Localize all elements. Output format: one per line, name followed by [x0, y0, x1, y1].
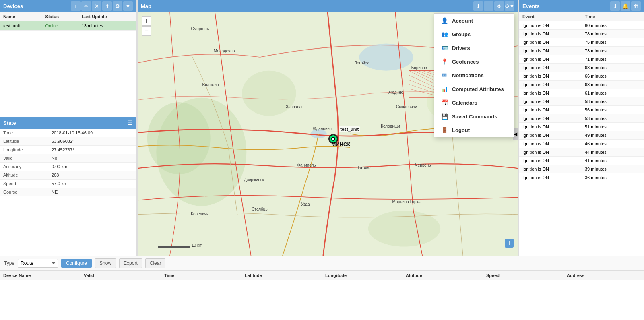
drivers-icon: 🪪 [441, 44, 448, 52]
delete-device-button[interactable]: ✕ [92, 1, 101, 11]
more-device-button[interactable]: ▼ [123, 1, 133, 11]
menu-item-drivers[interactable]: 🪪 Drivers [434, 41, 514, 55]
configure-button[interactable]: Configure [61, 259, 92, 268]
events-title: Events [522, 3, 540, 9]
saved_commands-icon: 💾 [441, 113, 448, 120]
event-row[interactable]: Ignition is ON 71 minutes [519, 55, 644, 64]
menu-item-logout[interactable]: 🚪 Logout [434, 123, 514, 137]
map-settings-button[interactable]: ⚙▼ [505, 1, 514, 11]
clear-button[interactable]: Clear [145, 258, 166, 268]
events-download-button[interactable]: ⬇ [610, 1, 620, 11]
svg-point-22 [332, 138, 334, 140]
state-attribute: Course [0, 188, 48, 196]
event-description: Ignition is ON [519, 55, 582, 64]
state-attribute: Altitude [0, 171, 48, 180]
event-row[interactable]: Ignition is ON 78 minutes [519, 30, 644, 38]
device-row[interactable]: test_unit Online 13 minutes [0, 21, 136, 31]
zoom-out-button[interactable]: − [142, 26, 151, 36]
event-row[interactable]: Ignition is ON 53 minutes [519, 114, 644, 123]
data-col-header: Address [564, 271, 644, 280]
logout-label: Logout [452, 127, 470, 133]
event-time: 68 minutes [582, 64, 644, 72]
data-col-header: Device Name [0, 271, 80, 280]
events-col-event: Event [519, 12, 582, 21]
route-select[interactable]: Route [18, 259, 58, 268]
events-notification-button[interactable]: 🔔 [621, 1, 630, 11]
map-layers-button[interactable]: ❖ [494, 1, 504, 11]
state-value: 2018-01-10 15:46:09 [48, 129, 136, 137]
data-col-header: Latitude [242, 271, 322, 280]
events-header-row: Event Time [519, 12, 644, 21]
menu-item-computed_attributes[interactable]: 📊 Computed Attributes [434, 82, 514, 96]
menu-item-groups[interactable]: 👥 Groups [434, 27, 514, 41]
map-header: Map ⬇ ⛶ ❖ ⚙▼ 👤 Account 👥 Groups 🪪 Driver… [138, 0, 518, 12]
event-row[interactable]: Ignition is ON 68 minutes [519, 64, 644, 72]
state-value: 27.452767° [48, 146, 136, 154]
state-value: No [48, 154, 136, 163]
event-row[interactable]: Ignition is ON 75 minutes [519, 38, 644, 47]
event-row[interactable]: Ignition is ON 56 minutes [519, 106, 644, 114]
map-download-button[interactable]: ⬇ [473, 1, 483, 11]
event-row[interactable]: Ignition is ON 36 minutes [519, 173, 644, 182]
event-time: 53 minutes [582, 114, 644, 123]
event-row[interactable]: Ignition is ON 51 minutes [519, 123, 644, 131]
bottom-data-table: Device NameValidTimeLatitudeLongitudeAlt… [0, 271, 644, 320]
type-label: Type [4, 260, 14, 266]
map-fullscreen-button[interactable]: ⛶ [484, 1, 493, 11]
data-col-header: Altitude [402, 271, 483, 280]
settings-device-button[interactable]: ⚙ [113, 1, 122, 11]
event-row[interactable]: Ignition is ON 44 minutes [519, 148, 644, 157]
state-value: 57.0 kn [48, 180, 136, 188]
zoom-in-button[interactable]: + [142, 16, 151, 26]
device-name: test_unit [0, 21, 42, 31]
event-description: Ignition is ON [519, 106, 582, 114]
state-menu-icon[interactable]: ☰ [128, 120, 133, 126]
state-value: 0.00 km [48, 163, 136, 171]
map-info-button[interactable]: i [505, 239, 514, 248]
menu-item-notifications[interactable]: ✉ Notifications [434, 68, 514, 82]
event-row[interactable]: Ignition is ON 80 minutes [519, 21, 644, 30]
state-attribute: Latitude [0, 137, 48, 146]
menu-item-saved_commands[interactable]: 💾 Saved Commands [434, 109, 514, 123]
event-row[interactable]: Ignition is ON 58 minutes [519, 97, 644, 106]
map-settings-container: ⚙▼ 👤 Account 👥 Groups 🪪 Drivers 📍 Geofen… [505, 1, 514, 11]
event-description: Ignition is ON [519, 89, 582, 97]
events-delete-button[interactable]: 🗑 [631, 1, 641, 11]
event-time: 49 minutes [582, 131, 644, 140]
settings-dropdown: 👤 Account 👥 Groups 🪪 Drivers 📍 Geofences… [434, 13, 514, 137]
export-button[interactable]: Export [119, 258, 142, 268]
event-row[interactable]: Ignition is ON 49 minutes [519, 131, 644, 140]
bottom-section: Type Route Configure Show Export Clear D… [0, 256, 644, 320]
show-button[interactable]: Show [95, 258, 116, 268]
col-last-update: Last Update [78, 12, 136, 21]
groups-label: Groups [452, 31, 471, 37]
map-marker [328, 133, 339, 145]
menu-item-account[interactable]: 👤 Account [434, 14, 514, 27]
event-description: Ignition is ON [519, 30, 582, 38]
devices-header-actions: + ✏ ✕ ⬆ ⚙ ▼ [71, 1, 133, 11]
add-device-button[interactable]: + [71, 1, 80, 11]
event-description: Ignition is ON [519, 38, 582, 47]
geofences-icon: 📍 [441, 58, 448, 65]
state-attribute: Time [0, 129, 48, 137]
left-panel: Devices + ✏ ✕ ⬆ ⚙ ▼ Name [0, 0, 136, 256]
event-row[interactable]: Ignition is ON 46 minutes [519, 140, 644, 148]
event-row[interactable]: Ignition is ON 39 minutes [519, 165, 644, 173]
col-status: Status [42, 12, 78, 21]
import-device-button[interactable]: ⬆ [102, 1, 112, 11]
map-zoom-controls: + − [142, 16, 151, 36]
event-row[interactable]: Ignition is ON 41 minutes [519, 157, 644, 165]
menu-item-geofences[interactable]: 📍 Geofences [434, 55, 514, 68]
bottom-toolbar: Type Route Configure Show Export Clear [0, 256, 644, 271]
edit-device-button[interactable]: ✏ [81, 1, 91, 11]
event-row[interactable]: Ignition is ON 66 minutes [519, 72, 644, 81]
event-time: 71 minutes [582, 55, 644, 64]
events-header-actions: ⬇ 🔔 🗑 [610, 1, 641, 11]
state-row: Time 2018-01-10 15:46:09 [0, 129, 136, 137]
menu-item-calendars[interactable]: 📅 Calendars [434, 96, 514, 109]
event-row[interactable]: Ignition is ON 61 minutes [519, 89, 644, 97]
event-row[interactable]: Ignition is ON 73 minutes [519, 47, 644, 55]
state-row: Course NE [0, 188, 136, 196]
calendars-icon: 📅 [441, 99, 448, 106]
event-row[interactable]: Ignition is ON 63 minutes [519, 81, 644, 89]
